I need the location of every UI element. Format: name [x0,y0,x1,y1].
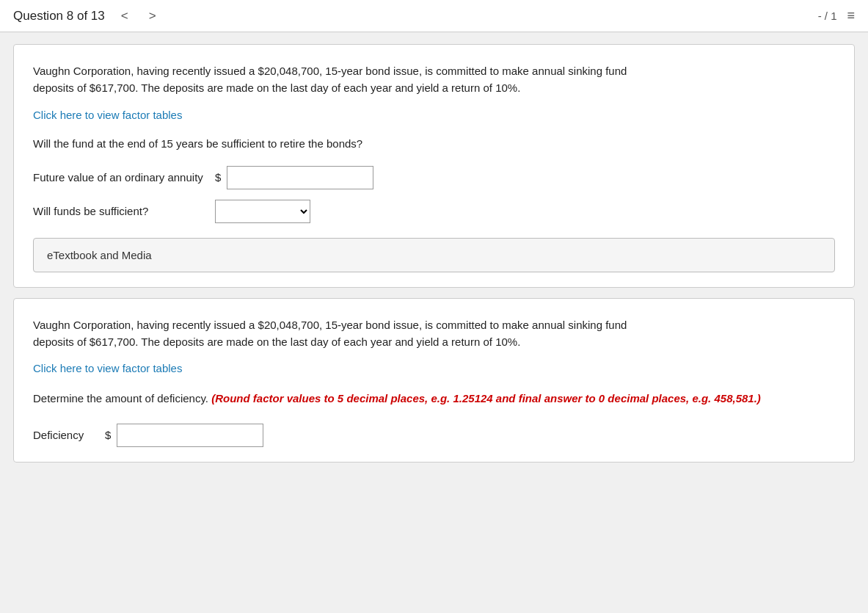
card1-question-text: Vaughn Corporation, having recently issu… [33,62,835,97]
card2-question-text: Vaughn Corporation, having recently issu… [33,316,835,351]
will-funds-label: Will funds be sufficient? [33,205,209,217]
deficiency-label: Deficiency [33,429,99,441]
question-label: Question 8 of 13 [13,9,105,23]
factor-link-1[interactable]: Click here to view factor tables [33,109,182,121]
will-funds-select[interactable]: Yes No [215,200,310,223]
next-arrow-button[interactable]: > [145,7,161,25]
etextbook-section: eTextbook and Media [33,238,835,272]
determine-static-text: Determine the amount of deficiency. [33,392,211,405]
round-note: (Round factor values to 5 decimal places… [211,392,761,405]
page-indicator: - / 1 [818,10,837,22]
card1-question-prompt: Will the fund at the end of 15 years be … [33,137,835,150]
factor-link-2[interactable]: Click here to view factor tables [33,362,182,374]
etextbook-label: eTextbook and Media [47,249,152,261]
deficiency-row: Deficiency $ [33,424,835,447]
deficiency-dollar: $ [105,429,111,441]
header-bar: Question 8 of 13 < > - / 1 ≡ [0,0,868,32]
future-value-dollar: $ [215,171,221,184]
header-left: Question 8 of 13 < > [13,7,161,25]
deficiency-input[interactable] [117,424,263,447]
prev-arrow-button[interactable]: < [117,7,133,25]
card-2: Vaughn Corporation, having recently issu… [13,298,855,463]
card2-determine-text: Determine the amount of deficiency. (Rou… [33,391,835,407]
card-1: Vaughn Corporation, having recently issu… [13,44,855,288]
future-value-input[interactable] [227,166,373,189]
main-content: Vaughn Corporation, having recently issu… [0,32,868,463]
future-value-row: Future value of an ordinary annuity $ [33,166,835,189]
future-value-label: Future value of an ordinary annuity [33,171,209,184]
will-funds-row: Will funds be sufficient? Yes No [33,200,835,223]
header-right: - / 1 ≡ [818,8,855,23]
list-icon[interactable]: ≡ [847,8,855,23]
